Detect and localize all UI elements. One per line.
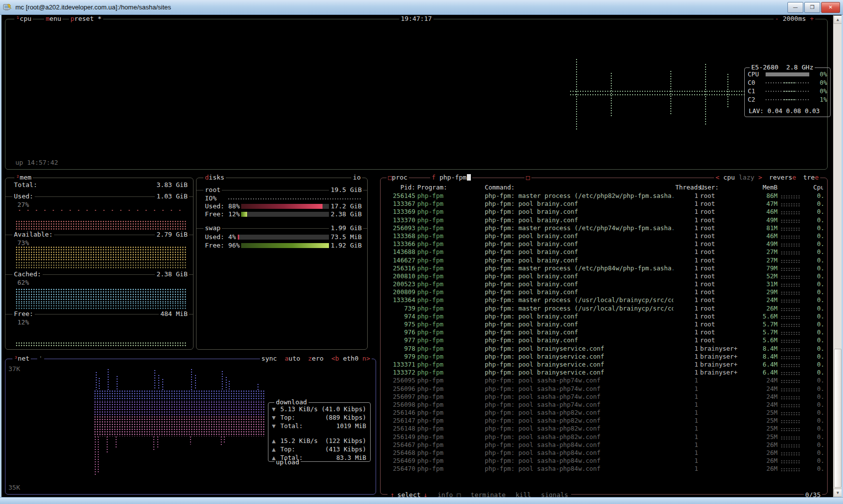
net-download-spike	[158, 375, 159, 390]
mem-free-graph	[15, 342, 187, 347]
net-upload-graph	[94, 401, 265, 416]
process-row[interactable]: 976php-fpmphp-fpm: pool brainy.conf1root…	[385, 328, 823, 336]
net-scale-bottom: 35K	[8, 484, 20, 491]
process-row[interactable]: 200809php-fpmphp-fpm: pool brainy.conf1r…	[385, 288, 823, 296]
mem-stat-row: Available:2.79 GiB	[5, 231, 193, 239]
net-download-spike	[162, 379, 163, 390]
column-header[interactable]: User:	[700, 184, 750, 191]
process-row[interactable]: 133364php-fpmphp-fpm: master process (/u…	[385, 296, 823, 304]
process-row[interactable]: 256469php-fpmphp-fpm: pool sasha-php84w.…	[385, 457, 823, 465]
mem-stat-pct: 62%	[17, 279, 29, 286]
process-row[interactable]: 133366php-fpmphp-fpm: pool brainy.conf1r…	[385, 240, 823, 248]
net-upload-graph	[94, 416, 265, 437]
cpu-core-row: C00%	[748, 78, 827, 87]
process-row[interactable]: 256145php-fpmphp-fpm: master process (/e…	[385, 192, 823, 200]
net-iface-switch[interactable]: <b eth0 n>	[331, 355, 370, 362]
disk-io-row: IO%	[196, 194, 367, 202]
net-download-spike	[258, 384, 259, 390]
process-row[interactable]: 146627php-fpmphp-fpm: pool brainy.conf1r…	[385, 256, 823, 264]
net-upload-spike	[116, 437, 117, 447]
net-auto-button[interactable]: auto	[285, 355, 300, 362]
process-row[interactable]: 256467php-fpmphp-fpm: pool sasha-php84w.…	[385, 441, 823, 449]
disk-name-row: root19.5 GiB	[196, 186, 367, 194]
process-row[interactable]: 143688php-fpmphp-fpm: pool brainy.conf1r…	[385, 248, 823, 256]
process-row[interactable]: 133369php-fpmphp-fpm: pool brainy.conf1r…	[385, 208, 823, 216]
net-download-spike	[108, 369, 109, 390]
mem-box: ²mem Total:3.83 GiBUsed:1.03 GiB27%Avail…	[5, 178, 194, 350]
process-row[interactable]: 133367php-fpmphp-fpm: pool brainy.conf1r…	[385, 200, 823, 208]
process-row[interactable]: 256148php-fpmphp-fpm: pool sasha-php82w.…	[385, 425, 823, 433]
process-row[interactable]: 978php-fpmphp-fpm: pool brainyservice.co…	[385, 345, 823, 353]
process-row[interactable]: 133370php-fpmphp-fpm: pool brainy.conf1r…	[385, 216, 823, 224]
disks-rows: root19.5 GiBIO%Used: 88%17.2 GiBFree: 12…	[196, 178, 367, 349]
close-button[interactable]: ✕	[821, 2, 840, 13]
net-upload-spike	[157, 437, 158, 447]
mem-used-graph	[15, 209, 187, 212]
proc-option-reverse[interactable]: reverse	[769, 174, 796, 181]
column-header[interactable]: Cpu%	[804, 184, 823, 191]
net-upload-spike	[95, 437, 96, 476]
net-download-spike	[229, 381, 230, 390]
column-header[interactable]: MemB	[752, 184, 778, 191]
disk-meter	[235, 212, 334, 217]
process-row[interactable]: 256096php-fpmphp-fpm: pool sasha-php74w.…	[385, 385, 823, 393]
process-row[interactable]: 133368php-fpmphp-fpm: pool brainy.conf1r…	[385, 232, 823, 240]
process-row[interactable]: 256095php-fpmphp-fpm: pool sasha-php74w.…	[385, 377, 823, 384]
process-row[interactable]: 977php-fpmphp-fpm: pool brainy.conf1root…	[385, 336, 823, 344]
disk-meter-row: Used: 4%73.5 MiB	[196, 233, 367, 241]
cpu-core-row: C21%	[748, 95, 827, 104]
scrollbar-thumb[interactable]	[834, 349, 842, 488]
proc-option-tree[interactable]: tree	[803, 174, 819, 181]
process-row[interactable]: 256093php-fpmphp-fpm: master process (/e…	[385, 224, 823, 232]
process-row[interactable]: 256098php-fpmphp-fpm: pool sasha-php74w.…	[385, 401, 823, 409]
column-header[interactable]	[779, 184, 802, 191]
cpu-graph-spike	[727, 74, 728, 108]
mem-stat-pct: 12%	[17, 318, 29, 326]
column-header[interactable]: Command:	[485, 184, 673, 191]
process-row[interactable]: 256146php-fpmphp-fpm: pool sasha-php82w.…	[385, 409, 823, 417]
window-scrollbar[interactable]: ▲ ▼	[833, 15, 842, 497]
column-header[interactable]: Threads:	[675, 184, 698, 191]
proc-filter-clear-button[interactable]: □	[524, 174, 531, 181]
disk-meter-row: Used: 88%17.2 GiB	[196, 202, 367, 210]
net-box-toggle[interactable]: ³net	[12, 355, 31, 362]
proc-sort-selector[interactable]: < cpu lazy >	[714, 174, 764, 181]
maximize-button[interactable]: ❐	[804, 2, 820, 13]
process-row[interactable]: 133371php-fpmphp-fpm: pool brainyservice…	[385, 361, 823, 369]
scroll-down-arrow[interactable]: ▼	[834, 489, 842, 497]
cpu-graph	[5, 19, 827, 169]
column-header[interactable]: Pid:	[385, 184, 415, 191]
process-row[interactable]: 256147php-fpmphp-fpm: pool sasha-php82w.…	[385, 417, 823, 425]
net-download-spike	[195, 375, 196, 390]
mem-stat-row: Cached:2.38 GiB	[5, 270, 193, 278]
net-sync-button[interactable]: sync	[261, 355, 277, 362]
proc-filter-input[interactable]: f php-fpm	[430, 174, 472, 181]
process-row[interactable]: 256316php-fpmphp-fpm: master process (/e…	[385, 264, 823, 272]
cpu-graph-baseline	[570, 94, 745, 95]
process-row[interactable]: 256149php-fpmphp-fpm: pool sasha-php82w.…	[385, 433, 823, 441]
mem-stat-pct: 73%	[17, 239, 29, 247]
process-row[interactable]: 974php-fpmphp-fpm: pool brainy.conf1root…	[385, 313, 823, 320]
column-header[interactable]: Program:	[417, 184, 483, 191]
load-average: LAV: 0.04 0.08 0.03	[749, 107, 820, 115]
process-row[interactable]: 133372php-fpmphp-fpm: pool brainyservice…	[385, 369, 823, 377]
scroll-up-arrow[interactable]: ▲	[834, 15, 842, 24]
net-zero-button[interactable]: zero	[308, 355, 324, 362]
process-row[interactable]: 256470php-fpmphp-fpm: pool sasha-php84w.…	[385, 465, 823, 473]
process-row[interactable]: 975php-fpmphp-fpm: pool brainy.conf1root…	[385, 320, 823, 328]
process-row[interactable]: 200523php-fpmphp-fpm: pool brainy.conf1r…	[385, 280, 823, 288]
net-graph	[94, 364, 265, 483]
process-row[interactable]: 979php-fpmphp-fpm: pool brainyservice.co…	[385, 353, 823, 361]
mem-stat-row: Used:1.03 GiB	[5, 192, 193, 200]
proc-box-toggle[interactable]: □proc	[387, 174, 409, 181]
process-row[interactable]: 256097php-fpmphp-fpm: pool sasha-php74w.…	[385, 393, 823, 401]
uptime: up 14:57:42	[15, 159, 58, 166]
process-row[interactable]: 256468php-fpmphp-fpm: pool sasha-php84w.…	[385, 449, 823, 457]
process-row[interactable]: 739php-fpmphp-fpm: master process (/usr/…	[385, 305, 823, 313]
process-row[interactable]: 200810php-fpmphp-fpm: pool brainy.conf1r…	[385, 272, 823, 280]
cpu-box: ¹cpu menu preset * 19:47:17 - 2000ms + E…	[5, 19, 828, 170]
net-download-spike	[226, 377, 227, 390]
minimize-button[interactable]: —	[787, 2, 803, 13]
net-upload-spike	[153, 437, 154, 451]
disk-meter-row: Free: 12%2.38 GiB	[196, 210, 367, 218]
